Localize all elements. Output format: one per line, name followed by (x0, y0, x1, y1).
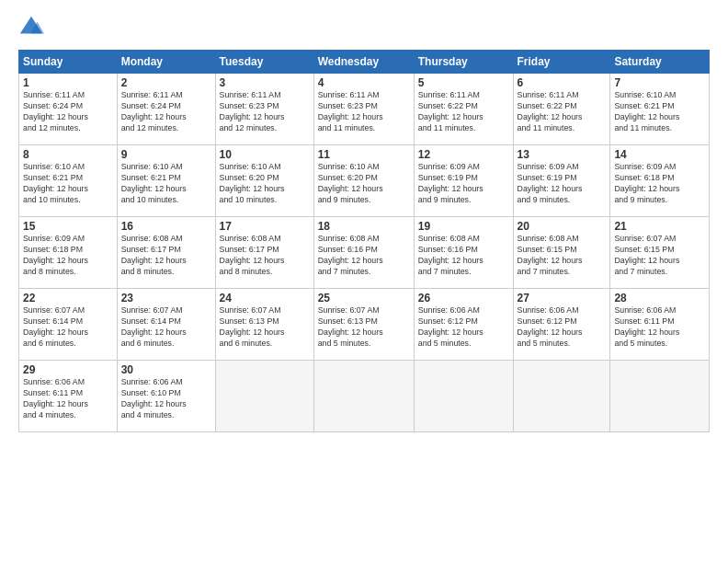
day-number: 16 (121, 220, 211, 233)
day-info: Sunrise: 6:07 AM Sunset: 6:14 PM Dayligh… (121, 305, 211, 350)
day-info: Sunrise: 6:07 AM Sunset: 6:13 PM Dayligh… (318, 305, 410, 350)
calendar-cell: 6Sunrise: 6:11 AM Sunset: 6:22 PM Daylig… (513, 74, 610, 145)
calendar-cell: 23Sunrise: 6:07 AM Sunset: 6:14 PM Dayli… (117, 289, 215, 361)
day-number: 10 (220, 148, 310, 161)
day-number: 9 (121, 148, 211, 161)
day-info: Sunrise: 6:06 AM Sunset: 6:12 PM Dayligh… (518, 305, 607, 350)
calendar-cell: 7Sunrise: 6:10 AM Sunset: 6:21 PM Daylig… (610, 74, 710, 145)
calendar-cell: 11Sunrise: 6:10 AM Sunset: 6:20 PM Dayli… (313, 145, 414, 217)
calendar-cell: 15Sunrise: 6:09 AM Sunset: 6:18 PM Dayli… (19, 217, 118, 289)
day-number: 8 (23, 148, 113, 161)
day-info: Sunrise: 6:08 AM Sunset: 6:17 PM Dayligh… (220, 234, 310, 278)
day-number: 7 (614, 76, 705, 89)
day-number: 26 (418, 292, 509, 304)
day-info: Sunrise: 6:11 AM Sunset: 6:23 PM Dayligh… (318, 90, 410, 134)
calendar-cell: 5Sunrise: 6:11 AM Sunset: 6:22 PM Daylig… (414, 74, 513, 145)
day-info: Sunrise: 6:08 AM Sunset: 6:16 PM Dayligh… (418, 234, 509, 278)
calendar-row-1: 1Sunrise: 6:11 AM Sunset: 6:24 PM Daylig… (19, 74, 710, 145)
day-number: 11 (318, 148, 410, 161)
day-number: 5 (418, 76, 509, 89)
day-number: 29 (23, 363, 113, 376)
calendar-table: SundayMondayTuesdayWednesdayThursdayFrid… (18, 50, 710, 432)
col-header-thursday: Thursday (414, 51, 513, 74)
calendar-cell: 18Sunrise: 6:08 AM Sunset: 6:16 PM Dayli… (313, 217, 414, 289)
day-info: Sunrise: 6:11 AM Sunset: 6:22 PM Dayligh… (518, 90, 607, 134)
day-number: 3 (220, 76, 310, 89)
col-header-wednesday: Wednesday (313, 51, 414, 74)
day-number: 12 (418, 148, 509, 161)
day-number: 18 (318, 220, 410, 233)
calendar-cell: 17Sunrise: 6:08 AM Sunset: 6:17 PM Dayli… (215, 217, 313, 289)
day-info: Sunrise: 6:10 AM Sunset: 6:20 PM Dayligh… (318, 162, 410, 206)
col-header-tuesday: Tuesday (215, 51, 313, 74)
col-header-saturday: Saturday (610, 51, 710, 74)
header (18, 15, 710, 40)
day-info: Sunrise: 6:08 AM Sunset: 6:17 PM Dayligh… (121, 234, 211, 278)
calendar-cell: 30Sunrise: 6:06 AM Sunset: 6:10 PM Dayli… (117, 361, 215, 432)
day-info: Sunrise: 6:07 AM Sunset: 6:13 PM Dayligh… (220, 305, 310, 350)
calendar-row-4: 22Sunrise: 6:07 AM Sunset: 6:14 PM Dayli… (19, 289, 710, 361)
day-number: 1 (23, 76, 113, 89)
day-info: Sunrise: 6:06 AM Sunset: 6:11 PM Dayligh… (614, 305, 705, 350)
logo (18, 15, 48, 40)
header-row: SundayMondayTuesdayWednesdayThursdayFrid… (19, 51, 710, 74)
day-info: Sunrise: 6:11 AM Sunset: 6:24 PM Dayligh… (23, 90, 113, 134)
calendar-cell (414, 361, 513, 432)
calendar-cell (313, 361, 414, 432)
calendar-cell (513, 361, 610, 432)
day-number: 22 (23, 292, 113, 304)
day-number: 28 (614, 292, 705, 304)
day-number: 24 (220, 292, 310, 304)
day-info: Sunrise: 6:06 AM Sunset: 6:11 PM Dayligh… (23, 377, 113, 421)
day-info: Sunrise: 6:10 AM Sunset: 6:21 PM Dayligh… (23, 162, 113, 206)
day-info: Sunrise: 6:10 AM Sunset: 6:21 PM Dayligh… (121, 162, 211, 206)
calendar-cell: 3Sunrise: 6:11 AM Sunset: 6:23 PM Daylig… (215, 74, 313, 145)
calendar-cell: 13Sunrise: 6:09 AM Sunset: 6:19 PM Dayli… (513, 145, 610, 217)
calendar-cell: 25Sunrise: 6:07 AM Sunset: 6:13 PM Dayli… (313, 289, 414, 361)
day-info: Sunrise: 6:06 AM Sunset: 6:10 PM Dayligh… (121, 377, 211, 421)
day-number: 19 (418, 220, 509, 233)
day-number: 30 (121, 363, 211, 376)
day-number: 4 (318, 76, 410, 89)
calendar-cell (215, 361, 313, 432)
calendar-cell: 28Sunrise: 6:06 AM Sunset: 6:11 PM Dayli… (610, 289, 710, 361)
calendar-row-3: 15Sunrise: 6:09 AM Sunset: 6:18 PM Dayli… (19, 217, 710, 289)
calendar-cell: 8Sunrise: 6:10 AM Sunset: 6:21 PM Daylig… (19, 145, 118, 217)
day-number: 15 (23, 220, 113, 233)
calendar-cell: 9Sunrise: 6:10 AM Sunset: 6:21 PM Daylig… (117, 145, 215, 217)
calendar-cell: 29Sunrise: 6:06 AM Sunset: 6:11 PM Dayli… (19, 361, 118, 432)
day-info: Sunrise: 6:09 AM Sunset: 6:19 PM Dayligh… (418, 162, 509, 206)
col-header-sunday: Sunday (19, 51, 118, 74)
col-header-friday: Friday (513, 51, 610, 74)
calendar-cell: 10Sunrise: 6:10 AM Sunset: 6:20 PM Dayli… (215, 145, 313, 217)
day-info: Sunrise: 6:10 AM Sunset: 6:20 PM Dayligh… (220, 162, 310, 206)
calendar-cell: 14Sunrise: 6:09 AM Sunset: 6:18 PM Dayli… (610, 145, 710, 217)
calendar-cell: 24Sunrise: 6:07 AM Sunset: 6:13 PM Dayli… (215, 289, 313, 361)
calendar-cell: 22Sunrise: 6:07 AM Sunset: 6:14 PM Dayli… (19, 289, 118, 361)
day-info: Sunrise: 6:11 AM Sunset: 6:23 PM Dayligh… (220, 90, 310, 134)
day-number: 13 (518, 148, 607, 161)
calendar-cell: 12Sunrise: 6:09 AM Sunset: 6:19 PM Dayli… (414, 145, 513, 217)
calendar-cell: 27Sunrise: 6:06 AM Sunset: 6:12 PM Dayli… (513, 289, 610, 361)
day-info: Sunrise: 6:08 AM Sunset: 6:16 PM Dayligh… (318, 234, 410, 278)
col-header-monday: Monday (117, 51, 215, 74)
day-info: Sunrise: 6:07 AM Sunset: 6:14 PM Dayligh… (23, 305, 113, 350)
page: SundayMondayTuesdayWednesdayThursdayFrid… (0, 0, 728, 563)
day-info: Sunrise: 6:11 AM Sunset: 6:22 PM Dayligh… (418, 90, 509, 134)
day-number: 21 (614, 220, 705, 233)
logo-icon (18, 15, 44, 40)
day-info: Sunrise: 6:10 AM Sunset: 6:21 PM Dayligh… (614, 90, 705, 134)
calendar-cell: 21Sunrise: 6:07 AM Sunset: 6:15 PM Dayli… (610, 217, 710, 289)
day-info: Sunrise: 6:09 AM Sunset: 6:18 PM Dayligh… (614, 162, 705, 206)
calendar-row-5: 29Sunrise: 6:06 AM Sunset: 6:11 PM Dayli… (19, 361, 710, 432)
calendar-cell: 2Sunrise: 6:11 AM Sunset: 6:24 PM Daylig… (117, 74, 215, 145)
day-number: 2 (121, 76, 211, 89)
day-number: 23 (121, 292, 211, 304)
day-number: 25 (318, 292, 410, 304)
calendar-cell: 26Sunrise: 6:06 AM Sunset: 6:12 PM Dayli… (414, 289, 513, 361)
day-number: 14 (614, 148, 705, 161)
calendar-cell: 16Sunrise: 6:08 AM Sunset: 6:17 PM Dayli… (117, 217, 215, 289)
calendar-cell: 4Sunrise: 6:11 AM Sunset: 6:23 PM Daylig… (313, 74, 414, 145)
day-info: Sunrise: 6:07 AM Sunset: 6:15 PM Dayligh… (614, 234, 705, 278)
calendar-row-2: 8Sunrise: 6:10 AM Sunset: 6:21 PM Daylig… (19, 145, 710, 217)
